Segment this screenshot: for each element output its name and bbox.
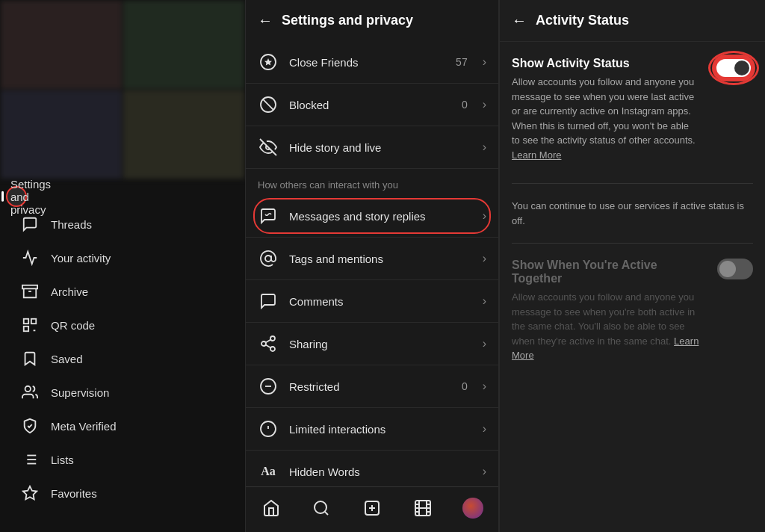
active-together-desc: Allow accounts you follow and anyone you… xyxy=(512,290,699,363)
active-together-block: Show When You're Active Together Allow a… xyxy=(512,259,753,363)
activity-toggle-container[interactable] xyxy=(714,57,753,79)
active-together-title: Show When You're Active Together xyxy=(512,259,699,285)
close-friends-row[interactable]: Close Friends 57 › xyxy=(246,41,498,84)
sidebar-label-archive: Archive xyxy=(51,285,88,298)
close-friends-badge: 57 xyxy=(456,56,468,68)
sidebar-item-archive[interactable]: Archive xyxy=(6,275,239,308)
show-activity-block: Show Activity Status Allow accounts you … xyxy=(512,57,753,162)
hidden-words-row[interactable]: Aa Hidden Words › xyxy=(246,451,498,486)
limited-icon xyxy=(258,418,279,439)
at-icon xyxy=(258,248,279,269)
restricted-row[interactable]: Restricted 0 › xyxy=(246,365,498,408)
learn-more-link-1[interactable]: Learn More xyxy=(512,149,561,161)
sidebar-item-favorites[interactable]: Favorites xyxy=(6,477,239,510)
middle-panel: ← Settings and privacy Close Friends 57 … xyxy=(245,0,499,532)
threads-icon xyxy=(21,215,39,233)
bookmark-icon xyxy=(21,350,39,368)
messages-label: Messages and story replies xyxy=(289,210,472,223)
svg-point-25 xyxy=(270,336,275,341)
limited-row[interactable]: Limited interactions › xyxy=(246,408,498,451)
close-friends-label: Close Friends xyxy=(289,56,445,69)
chevron-right-icon: › xyxy=(483,98,486,111)
tags-row[interactable]: Tags and mentions › xyxy=(246,238,498,280)
restricted-badge: 0 xyxy=(462,380,468,392)
show-activity-desc: Allow accounts you follow and anyone you… xyxy=(512,75,696,162)
right-content: Show Activity Status Allow accounts you … xyxy=(500,42,765,532)
chevron-right-icon: › xyxy=(483,140,486,154)
restricted-label: Restricted xyxy=(289,380,451,393)
back-button[interactable]: ← xyxy=(258,12,273,29)
supervision-icon xyxy=(21,383,39,401)
svg-marker-18 xyxy=(23,486,37,499)
hide-story-row[interactable]: Hide story and live › xyxy=(246,126,498,169)
bottom-nav xyxy=(246,486,498,532)
svg-marker-20 xyxy=(264,58,272,66)
nav-add[interactable] xyxy=(354,495,390,522)
chat-icon xyxy=(258,205,279,226)
active-together-toggle-off[interactable] xyxy=(717,259,753,279)
sidebar-item-settings[interactable]: Settings and privacy xyxy=(6,186,27,207)
learn-more-link-2[interactable]: Learn More xyxy=(512,335,699,362)
right-header: ← Activity Status xyxy=(500,0,765,42)
sharing-label: Sharing xyxy=(289,338,472,350)
blocked-row[interactable]: Blocked 0 › xyxy=(246,84,498,126)
sidebar-label-supervision: Supervision xyxy=(51,386,109,399)
messages-row[interactable]: Messages and story replies › xyxy=(246,195,498,238)
sharing-row[interactable]: Sharing › xyxy=(246,323,498,365)
sidebar-item-qrcode[interactable]: QR code xyxy=(6,309,239,341)
left-menu: Settings and privacy Threads Your activi… xyxy=(0,179,245,532)
chevron-right-icon: › xyxy=(483,209,486,223)
sidebar-label-threads: Threads xyxy=(51,218,92,231)
show-activity-text: Show Activity Status Allow accounts you … xyxy=(512,57,696,162)
profile-images xyxy=(0,0,245,179)
qr-icon xyxy=(21,316,39,334)
chevron-right-icon: › xyxy=(483,422,486,436)
sidebar-label-metaverified: Meta Verified xyxy=(51,420,117,433)
sidebar-item-activity[interactable]: Your activity xyxy=(6,241,239,274)
archive-icon xyxy=(21,282,39,300)
block-icon xyxy=(258,94,279,115)
sidebar-item-supervision[interactable]: Supervision xyxy=(6,376,239,409)
list-icon xyxy=(21,451,39,468)
sidebar-item-lists[interactable]: Lists xyxy=(6,443,239,476)
svg-line-41 xyxy=(325,512,328,515)
active-together-toggle-container[interactable] xyxy=(717,259,753,279)
svg-line-29 xyxy=(266,340,271,343)
nav-reels[interactable] xyxy=(405,495,441,522)
divider-2 xyxy=(512,243,753,244)
chevron-right-icon: › xyxy=(483,465,486,478)
svg-point-27 xyxy=(270,347,275,351)
active-together-row: Show When You're Active Together Allow a… xyxy=(512,259,753,363)
divider-1 xyxy=(512,183,753,184)
chevron-right-icon: › xyxy=(483,55,486,69)
text-aa-icon: Aa xyxy=(258,461,279,482)
nav-home[interactable] xyxy=(253,495,289,522)
sidebar-label-saved: Saved xyxy=(51,353,83,365)
star-circle-icon xyxy=(258,52,279,72)
sidebar-label-qrcode: QR code xyxy=(51,319,95,332)
sidebar-item-metaverified[interactable]: Meta Verified xyxy=(6,409,239,442)
comments-row[interactable]: Comments › xyxy=(246,280,498,323)
sidebar-item-saved[interactable]: Saved xyxy=(6,342,239,375)
svg-point-40 xyxy=(315,501,326,513)
chevron-right-icon: › xyxy=(483,337,486,350)
interaction-section-label: How others can interact with you xyxy=(246,169,498,195)
right-panel: ← Activity Status Show Activity Status A… xyxy=(499,0,765,532)
svg-point-26 xyxy=(261,341,266,346)
chevron-right-icon: › xyxy=(483,252,486,265)
nav-profile[interactable] xyxy=(455,495,491,522)
meta-icon xyxy=(21,417,39,435)
restrict-icon xyxy=(258,376,279,397)
limited-label: Limited interactions xyxy=(289,423,472,436)
svg-rect-5 xyxy=(24,327,28,331)
activity-toggle-on[interactable] xyxy=(714,57,753,79)
nav-search[interactable] xyxy=(303,495,339,522)
svg-point-24 xyxy=(265,256,271,262)
svg-line-28 xyxy=(266,345,271,348)
svg-rect-1 xyxy=(22,285,37,289)
settings-menu-list: Close Friends 57 › Blocked 0 › Hid xyxy=(246,41,498,486)
show-activity-title: Show Activity Status xyxy=(512,57,696,70)
active-together-text: Show When You're Active Together Allow a… xyxy=(512,259,699,363)
sidebar-label-settings: Settings and privacy xyxy=(10,178,51,216)
right-back-button[interactable]: ← xyxy=(512,12,527,29)
